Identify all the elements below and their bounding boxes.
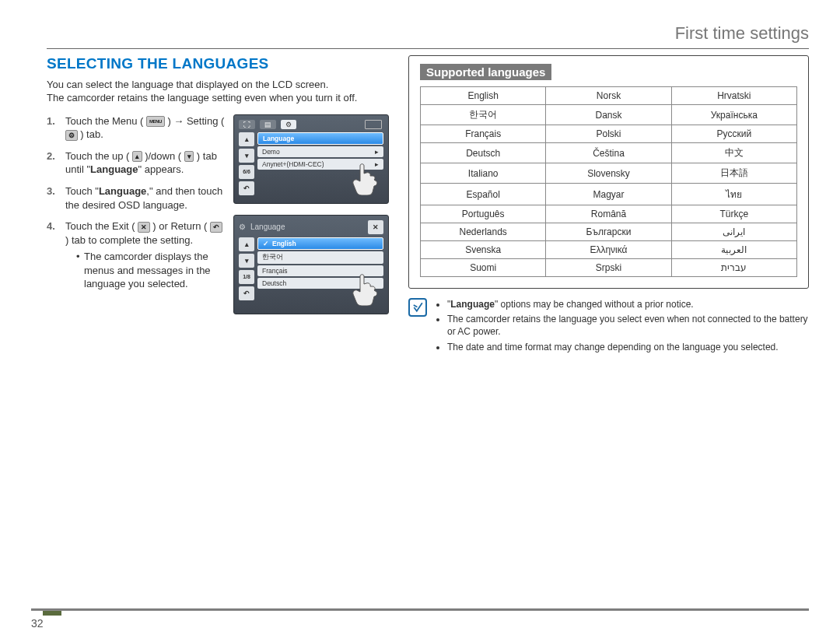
- table-row: SvenskaΕλληνικάالعربية: [421, 241, 797, 259]
- chevron-up-icon: ▴: [132, 151, 142, 162]
- table-row: NederlandsБългарскиايرانى: [421, 223, 797, 241]
- battery-icon: [365, 120, 382, 129]
- intro-line-2: The camcorder retains the language setti…: [47, 92, 357, 103]
- notes-box: "Language" options may be changed withou…: [408, 298, 809, 356]
- language-cell: Українська: [671, 105, 796, 125]
- language-cell: Svenska: [421, 241, 546, 259]
- hand-pointer-icon: [349, 161, 380, 195]
- lcd-screenshots: ⛶ ▤ ⚙ ▴ ▾ 6/6 ↶ Language: [233, 114, 389, 325]
- menu-item-demo[interactable]: Demo▸: [257, 146, 383, 157]
- lcd-topbar-2: ⚙ Language ✕: [239, 220, 383, 234]
- language-cell: עברית: [671, 259, 796, 277]
- nav-return-button-2[interactable]: ↶: [239, 286, 254, 300]
- table-row: 한국어DanskУкраїнська: [421, 105, 797, 125]
- left-column: SELECTING THE LANGUAGES You can select t…: [47, 55, 389, 356]
- language-cell: ايرانى: [671, 223, 796, 241]
- page-indicator-2: 1/8: [239, 270, 254, 284]
- chevron-down-icon: ▾: [184, 151, 194, 162]
- gear-icon: ⚙: [65, 130, 78, 141]
- tab-camera-icon: ⛶: [239, 120, 255, 129]
- step-1: 1. Touch the Menu ( MENU ) → Setting ( ⚙…: [47, 114, 226, 142]
- step-number: 2.: [47, 149, 59, 177]
- page-number: 32: [31, 617, 44, 630]
- language-cell: Dansk: [546, 105, 671, 125]
- chapter-title: First time settings: [47, 23, 809, 48]
- lang-english[interactable]: ✓ English: [257, 237, 383, 250]
- close-button[interactable]: ✕: [368, 220, 383, 234]
- language-cell: Deutsch: [421, 143, 546, 163]
- language-cell: Română: [546, 205, 671, 223]
- language-cell: ไทย: [671, 184, 796, 205]
- step-number: 4.: [47, 219, 59, 291]
- hand-pointer-icon-2: [349, 272, 380, 306]
- note-icon: [408, 298, 427, 317]
- tab-gear-icon: ⚙: [281, 120, 296, 129]
- language-cell: Italiano: [421, 163, 546, 184]
- table-row: SuomiSrpskiעברית: [421, 259, 797, 277]
- nav-return-button[interactable]: ↶: [239, 181, 254, 195]
- step-number: 3.: [47, 184, 59, 212]
- language-cell: Magyar: [546, 184, 671, 205]
- language-cell: Français: [421, 125, 546, 143]
- supported-languages-title: Supported languages: [420, 64, 551, 80]
- language-cell: Hrvatski: [671, 87, 796, 105]
- step-3: 3. Touch "Language," and then touch the …: [47, 184, 226, 212]
- language-cell: Български: [546, 223, 671, 241]
- language-cell: Ελληνικά: [546, 241, 671, 259]
- close-icon: ✕: [138, 222, 150, 233]
- section-title: SELECTING THE LANGUAGES: [47, 55, 389, 72]
- table-row: FrançaisPolskiРусский: [421, 125, 797, 143]
- page-indicator: 6/6: [239, 165, 254, 179]
- tab-film-icon: ▤: [260, 120, 276, 129]
- language-cell: Slovensky: [546, 163, 671, 184]
- page: First time settings SELECTING THE LANGUA…: [0, 0, 840, 642]
- language-cell: Русский: [671, 125, 796, 143]
- table-row: EnglishNorskHrvatski: [421, 87, 797, 105]
- note-2: The camcorder retains the language you s…: [447, 313, 809, 338]
- lcd-nav-buttons: ▴ ▾ 6/6 ↶: [239, 132, 254, 195]
- nav-up-button-2[interactable]: ▴: [239, 237, 254, 251]
- lcd-title: Language: [250, 223, 285, 231]
- supported-languages-box: Supported languages EnglishNorskHrvatski…: [408, 55, 809, 289]
- language-cell: Norsk: [546, 87, 671, 105]
- language-cell: Nederlands: [421, 223, 546, 241]
- step-number: 1.: [47, 114, 59, 142]
- step-4: 4. Touch the Exit ( ✕ ) or Return ( ↶ ) …: [47, 219, 226, 291]
- nav-down-button-2[interactable]: ▾: [239, 254, 254, 268]
- nav-up-button[interactable]: ▴: [239, 132, 254, 146]
- languages-table: EnglishNorskHrvatski한국어DanskУкраїнськаFr…: [420, 86, 797, 277]
- footer-accent: [43, 611, 61, 616]
- table-row: PortuguêsRomânăTürkçe: [421, 205, 797, 223]
- table-row: ItalianoSlovensky日本語: [421, 163, 797, 184]
- language-cell: Čeština: [546, 143, 671, 163]
- right-column: Supported languages EnglishNorskHrvatski…: [408, 55, 809, 356]
- note-1: "Language" options may be changed withou…: [447, 298, 809, 310]
- gear-icon: ⚙: [239, 223, 246, 231]
- language-cell: Srpski: [546, 259, 671, 277]
- step-4-bullet: The camcorder displays the menus and mes…: [76, 250, 226, 291]
- table-row: DeutschČeština中文: [421, 143, 797, 163]
- return-icon: ↶: [210, 222, 222, 233]
- notes-list: "Language" options may be changed withou…: [435, 298, 809, 356]
- lang-korean[interactable]: 한국어: [257, 251, 383, 264]
- language-cell: Türkçe: [671, 205, 796, 223]
- content-columns: SELECTING THE LANGUAGES You can select t…: [47, 55, 809, 356]
- menu-icon: MENU: [146, 116, 165, 127]
- nav-down-button[interactable]: ▾: [239, 149, 254, 163]
- step-2: 2. Touch the up ( ▴ )/down ( ▾ ) tab unt…: [47, 149, 226, 177]
- language-cell: 한국어: [421, 105, 546, 125]
- menu-item-language[interactable]: Language: [257, 132, 383, 145]
- language-cell: Português: [421, 205, 546, 223]
- note-3: The date and time format may change depe…: [447, 341, 809, 353]
- language-cell: 中文: [671, 143, 796, 163]
- footer-rule: [31, 609, 809, 611]
- lcd-nav-buttons-2: ▴ ▾ 1/8 ↶: [239, 237, 254, 300]
- section-intro: You can select the language that display…: [47, 79, 389, 105]
- lcd-topbar: ⛶ ▤ ⚙: [239, 120, 383, 129]
- language-cell: 日本語: [671, 163, 796, 184]
- language-cell: Español: [421, 184, 546, 205]
- language-cell: Polski: [546, 125, 671, 143]
- table-row: EspañolMagyarไทย: [421, 184, 797, 205]
- lcd-language-list: ⚙ Language ✕ ▴ ▾ 1/8 ↶ ✓ English: [233, 215, 389, 314]
- intro-line-1: You can select the language that display…: [47, 79, 328, 90]
